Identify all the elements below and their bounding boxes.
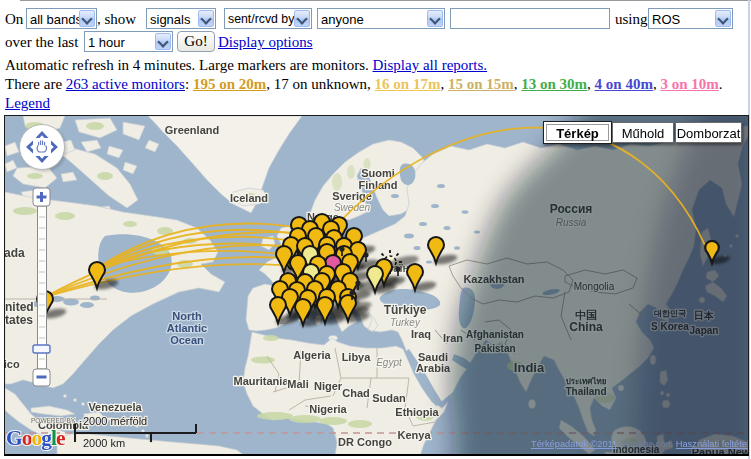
svg-text:Chad: Chad [342,387,370,399]
svg-text:Libya: Libya [342,351,372,363]
svg-text:Kenya: Kenya [397,429,431,441]
svg-text:Nigeria: Nigeria [309,403,347,415]
svg-text:Greenland: Greenland [165,124,219,136]
svg-text:Niger: Niger [314,380,343,392]
svg-text:Canada: Canada [5,246,25,260]
svg-text:Mali: Mali [287,378,308,390]
svg-text:Mexico: Mexico [5,358,20,370]
svg-text:Algeria: Algeria [293,349,331,361]
svg-text:Ethiopia: Ethiopia [395,406,439,418]
svg-text:2000 km: 2000 km [83,437,125,449]
svg-text:Ocean: Ocean [170,334,204,346]
svg-text:Sverige: Sverige [332,190,372,202]
svg-text:Iraq: Iraq [411,328,431,340]
svg-text:2000 mérföld: 2000 mérföld [83,415,147,427]
svg-text:Google: Google [6,426,66,450]
svg-text:North: North [172,310,202,322]
svg-text:States: States [5,313,33,327]
svg-text:Turkey: Turkey [390,317,421,328]
svg-text:Suomi: Suomi [361,167,395,179]
svg-text:Egypt: Egypt [376,357,403,368]
svg-text:Sweden: Sweden [334,202,371,213]
svg-text:Arabia: Arabia [416,362,451,374]
svg-text:Iceland: Iceland [230,192,268,204]
svg-text:Türkiye: Türkiye [384,303,427,317]
svg-text:DR Congo: DR Congo [338,436,392,448]
svg-text:United: United [5,300,34,314]
svg-text:Sudan: Sudan [372,392,406,404]
svg-text:Mauritania: Mauritania [233,375,289,387]
svg-text:Venezuela: Venezuela [88,401,142,413]
svg-text:Atlantic: Atlantic [167,322,207,334]
svg-text:POWERED BY: POWERED BY [31,417,76,424]
svg-text:Térképadatok ©2011 Mapabc.com: Térképadatok ©2011 Mapabc.com Használati… [531,439,748,449]
